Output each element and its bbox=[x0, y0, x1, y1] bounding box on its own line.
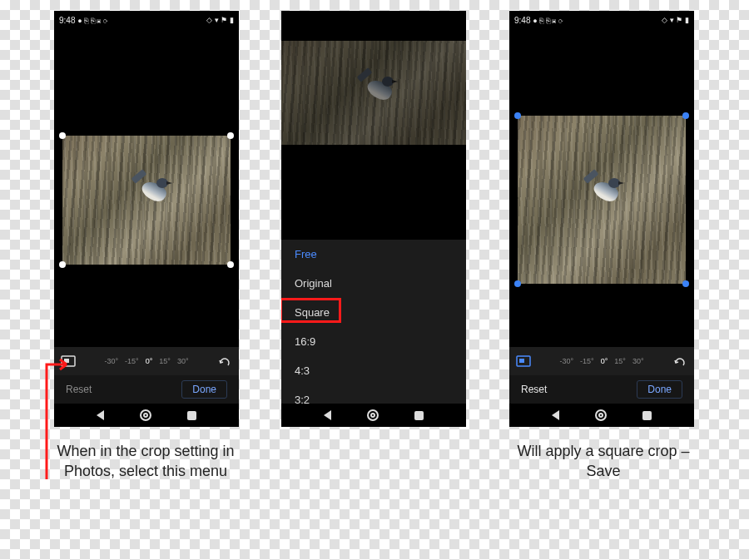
photo-preview[interactable] bbox=[62, 136, 231, 265]
android-nav-bar bbox=[281, 404, 466, 427]
reset-button[interactable]: Reset bbox=[521, 384, 547, 395]
nav-back-icon[interactable] bbox=[324, 410, 331, 420]
status-right-icons: ◇ ▾ ⚑ ▮ bbox=[662, 16, 689, 24]
crop-handle-bottom-right[interactable] bbox=[227, 261, 234, 268]
rotate-icon[interactable] bbox=[672, 355, 687, 367]
rotation-slider[interactable]: -30° -15° 0° 15° 30° bbox=[559, 357, 643, 365]
crop-handle-top-left[interactable] bbox=[514, 112, 521, 119]
crop-handle-top-left[interactable] bbox=[59, 132, 66, 139]
nav-back-icon[interactable] bbox=[552, 410, 559, 420]
svg-rect-3 bbox=[519, 359, 524, 363]
caption-left: When in the crop setting in Photos, sele… bbox=[50, 441, 241, 482]
status-bar: 9:48 ● ⎘ ⎘ ▣ ⟳ ◇ ▾ ⚑ ▮ bbox=[509, 11, 694, 29]
status-right-icons: ◇ ▾ ⚑ ▮ bbox=[206, 16, 234, 24]
deg-mark-zero: 0° bbox=[601, 357, 608, 365]
deg-mark: 30° bbox=[632, 357, 644, 365]
crop-handle-top-right[interactable] bbox=[682, 112, 689, 119]
status-time: 9:48 bbox=[514, 16, 530, 25]
deg-mark: 15° bbox=[159, 357, 171, 365]
nav-home-icon[interactable] bbox=[595, 409, 607, 421]
status-bar: 9:48 ● ⎘ ⎘ ▣ ⟳ ◇ ▾ ⚑ ▮ bbox=[54, 11, 239, 29]
status-left-icons: ● ⎘ ⎘ ▣ ⟳ bbox=[77, 17, 107, 25]
done-button[interactable]: Done bbox=[181, 380, 227, 399]
caption-right: Will apply a square crop – Save bbox=[508, 441, 699, 482]
deg-mark: -15° bbox=[580, 357, 594, 365]
crop-toolbar: -30° -15° 0° 15° 30° bbox=[509, 347, 694, 375]
annotation-highlight-box bbox=[281, 298, 341, 323]
crop-handle-bottom-left[interactable] bbox=[514, 280, 521, 287]
photo-preview-dim bbox=[281, 41, 466, 145]
nav-recent-icon[interactable] bbox=[642, 411, 652, 420]
deg-mark: 15° bbox=[614, 357, 626, 365]
rotation-slider[interactable]: -30° -15° 0° 15° 30° bbox=[104, 357, 188, 365]
deg-mark: -30° bbox=[104, 357, 118, 365]
crop-toolbar: -30° -15° 0° 15° 30° bbox=[54, 347, 239, 375]
action-bar: Reset Done bbox=[509, 375, 694, 404]
aspect-ratio-menu: Free Original Square 16:9 4:3 3:2 bbox=[281, 240, 466, 414]
deg-mark: -15° bbox=[125, 357, 139, 365]
crop-canvas[interactable] bbox=[54, 121, 239, 279]
status-time: 9:48 bbox=[59, 16, 75, 25]
status-left-icons: ● ⎘ ⎘ ▣ ⟳ bbox=[533, 17, 562, 25]
aspect-ratio-icon-active[interactable] bbox=[516, 355, 531, 367]
phone-screen-crop-square: 9:48 ● ⎘ ⎘ ▣ ⟳ ◇ ▾ ⚑ ▮ -30° -15° 0° 15° … bbox=[509, 11, 694, 427]
done-button[interactable]: Done bbox=[637, 380, 682, 399]
deg-mark-zero: 0° bbox=[146, 357, 153, 365]
ratio-option-original[interactable]: Original bbox=[281, 269, 466, 298]
phone-screen-crop-free: 9:48 ● ⎘ ⎘ ▣ ⟳ ◇ ▾ ⚑ ▮ -30° -15° 0° 15° … bbox=[54, 11, 239, 427]
nav-home-icon[interactable] bbox=[367, 409, 379, 421]
crop-handle-bottom-right[interactable] bbox=[682, 280, 689, 287]
nav-back-icon[interactable] bbox=[97, 410, 104, 420]
photo-subject-bird bbox=[133, 171, 173, 211]
phone-screen-ratio-menu: Free Original Square 16:9 4:3 3:2 bbox=[281, 11, 466, 427]
android-nav-bar bbox=[54, 404, 239, 427]
annotation-arrow-icon bbox=[30, 354, 77, 488]
ratio-option-16-9[interactable]: 16:9 bbox=[281, 327, 466, 356]
deg-mark: -30° bbox=[559, 357, 573, 365]
crop-canvas-dim bbox=[281, 37, 466, 154]
photo-preview-square[interactable] bbox=[518, 116, 686, 284]
crop-canvas[interactable] bbox=[509, 108, 694, 291]
crop-handle-bottom-left[interactable] bbox=[59, 261, 66, 268]
ratio-option-4-3[interactable]: 4:3 bbox=[281, 356, 466, 385]
nav-home-icon[interactable] bbox=[140, 409, 151, 421]
action-bar: Reset Done bbox=[54, 375, 239, 404]
nav-recent-icon[interactable] bbox=[187, 411, 196, 420]
android-nav-bar bbox=[509, 404, 694, 427]
photo-subject-bird bbox=[359, 70, 399, 110]
crop-handle-top-right[interactable] bbox=[227, 132, 234, 139]
ratio-option-free[interactable]: Free bbox=[281, 240, 466, 269]
nav-recent-icon[interactable] bbox=[414, 411, 424, 420]
photo-subject-bird bbox=[585, 171, 625, 211]
deg-mark: 30° bbox=[177, 357, 189, 365]
rotate-icon[interactable] bbox=[217, 355, 232, 367]
